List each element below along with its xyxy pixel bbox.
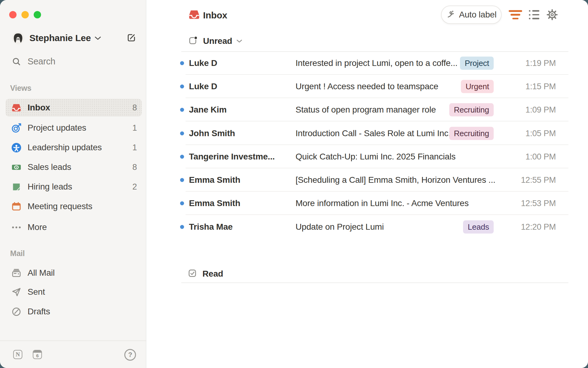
sidebar-item-label: Meeting requests xyxy=(28,201,92,211)
sidebar-item-all-mail[interactable]: All Mail xyxy=(6,264,142,282)
sidebar-item-leadership-updates[interactable]: Leadership updates 1 xyxy=(6,139,142,156)
email-time: 12:55 PM xyxy=(521,175,556,185)
compose-button[interactable] xyxy=(124,31,138,45)
target-icon xyxy=(11,123,21,133)
email-subject: Interested in project Lumi, open to a co… xyxy=(296,58,458,68)
email-time: 1:00 PM xyxy=(526,152,556,162)
email-sender: Emma Smith xyxy=(189,175,240,185)
inbox-icon xyxy=(11,102,21,113)
unread-section-header[interactable]: Unread xyxy=(188,36,242,46)
unread-count: 2 xyxy=(132,182,137,192)
email-time: 12:20 PM xyxy=(521,222,556,232)
help-button[interactable]: ? xyxy=(124,349,136,361)
sidebar-item-hiring-leads[interactable]: Hiring leads 2 xyxy=(6,178,142,196)
sidebar-item-drafts[interactable]: Drafts xyxy=(6,303,142,320)
sidebar-item-label: Inbox xyxy=(28,103,50,113)
sidebar-item-meeting-requests[interactable]: Meeting requests xyxy=(6,197,142,215)
unread-section-label: Unread xyxy=(203,36,232,46)
email-subject: Status of open program manager role xyxy=(296,105,436,115)
page-title: Inbox xyxy=(203,10,227,21)
sidebar-item-label: Sales leads xyxy=(28,162,71,172)
label-badge: Project xyxy=(460,57,494,70)
email-row[interactable]: Jane Kim Status of open program manager … xyxy=(147,98,588,121)
unread-dot xyxy=(180,61,184,65)
auto-label-button[interactable]: Auto label xyxy=(441,6,502,24)
email-time: 12:53 PM xyxy=(521,199,556,208)
notion-logo-button[interactable]: N xyxy=(13,350,22,359)
email-time: 1:09 PM xyxy=(526,105,556,115)
sidebar-item-sales-leads[interactable]: Sales leads 8 xyxy=(6,158,142,176)
drafts-icon xyxy=(11,306,21,317)
email-sender: Jane Kim xyxy=(189,105,227,115)
email-sender: John Smith xyxy=(189,128,235,138)
email-sender: Luke D xyxy=(189,82,217,91)
email-subject: Quick Catch-Up: Lumi Inc. 2025 Financial… xyxy=(296,152,455,162)
unread-count: 1 xyxy=(132,123,137,133)
sidebar-item-label: More xyxy=(28,222,47,232)
email-row[interactable]: Emma Smith More information in Lumi Inc.… xyxy=(147,192,588,215)
email-subject: More information in Lumi Inc. - Acme Ven… xyxy=(296,198,469,208)
send-icon xyxy=(11,287,21,297)
auto-label-text: Auto label xyxy=(459,10,497,20)
views-section-header: Views xyxy=(10,84,31,93)
gear-icon xyxy=(546,16,558,21)
email-row[interactable]: Trisha Mae Update on Project Lumi Leads … xyxy=(147,215,588,239)
email-row[interactable]: Emma Smith [Scheduling a Call] Emma Smit… xyxy=(147,168,588,192)
close-window-button[interactable] xyxy=(9,11,17,18)
mail-list-panel: Inbox Auto label xyxy=(147,0,588,368)
filter-button[interactable] xyxy=(509,10,522,19)
email-time: 1:05 PM xyxy=(526,129,556,138)
sidebar-item-label: All Mail xyxy=(28,268,55,278)
account-switcher[interactable]: Stephanie Lee xyxy=(6,29,101,47)
email-sender: Tangerine Investme... xyxy=(189,152,275,162)
account-name: Stephanie Lee xyxy=(29,33,91,43)
read-section-header[interactable]: Read xyxy=(188,269,223,278)
inbox-icon xyxy=(188,9,200,22)
unread-count: 8 xyxy=(132,163,137,172)
sidebar-item-project-updates[interactable]: Project updates 1 xyxy=(6,119,142,137)
zoom-window-button[interactable] xyxy=(34,11,41,18)
email-sender: Trisha Mae xyxy=(189,222,233,232)
row-divider xyxy=(186,121,568,121)
calendar-badge-day: 6 xyxy=(36,353,39,358)
mail-section-header: Mail xyxy=(10,249,25,258)
unread-section-icon xyxy=(188,36,198,46)
email-row[interactable]: Luke D Interested in project Lumi, open … xyxy=(147,52,588,75)
note-icon xyxy=(11,182,21,192)
auto-label-icon xyxy=(446,10,456,20)
minimize-window-button[interactable] xyxy=(21,11,29,18)
search-input[interactable]: Search xyxy=(6,52,142,70)
calendar-badge-top xyxy=(33,351,41,353)
email-row[interactable]: Tangerine Investme... Quick Catch-Up: Lu… xyxy=(147,145,588,168)
email-row[interactable]: Luke D Urgent ! Access needed to teamspa… xyxy=(147,75,588,98)
calendar-app-button[interactable]: 6 xyxy=(33,350,42,359)
label-badge: Leads xyxy=(463,220,494,234)
settings-button[interactable] xyxy=(546,9,558,21)
list-view-button[interactable] xyxy=(529,10,539,19)
sidebar-item-more[interactable]: More xyxy=(6,218,142,236)
row-divider xyxy=(186,214,568,215)
desktop: Stephanie Lee xyxy=(0,0,588,368)
chevron-down-icon xyxy=(236,39,242,43)
email-row[interactable]: John Smith Introduction Call - Sales Rol… xyxy=(147,122,588,145)
search-icon xyxy=(11,56,21,67)
sidebar: Stephanie Lee xyxy=(0,0,146,368)
email-sender: Luke D xyxy=(189,58,217,68)
sidebar-item-label: Project updates xyxy=(28,123,86,133)
email-time: 1:19 PM xyxy=(526,59,556,68)
sidebar-item-sent[interactable]: Sent xyxy=(6,283,142,301)
compose-icon xyxy=(126,33,136,44)
read-section-icon xyxy=(188,269,197,279)
avatar xyxy=(12,32,24,44)
unread-dot xyxy=(180,178,184,182)
money-icon xyxy=(11,162,21,172)
sidebar-footer-divider xyxy=(0,340,146,341)
ellipsis-icon xyxy=(11,222,21,232)
unread-dot xyxy=(180,132,184,136)
sidebar-item-inbox[interactable]: Inbox 8 xyxy=(6,99,142,117)
search-placeholder: Search xyxy=(28,56,55,67)
label-badge: Recruiting xyxy=(449,127,494,140)
email-time: 1:15 PM xyxy=(526,82,556,91)
person-icon xyxy=(11,142,21,153)
calendar-icon xyxy=(11,201,21,212)
